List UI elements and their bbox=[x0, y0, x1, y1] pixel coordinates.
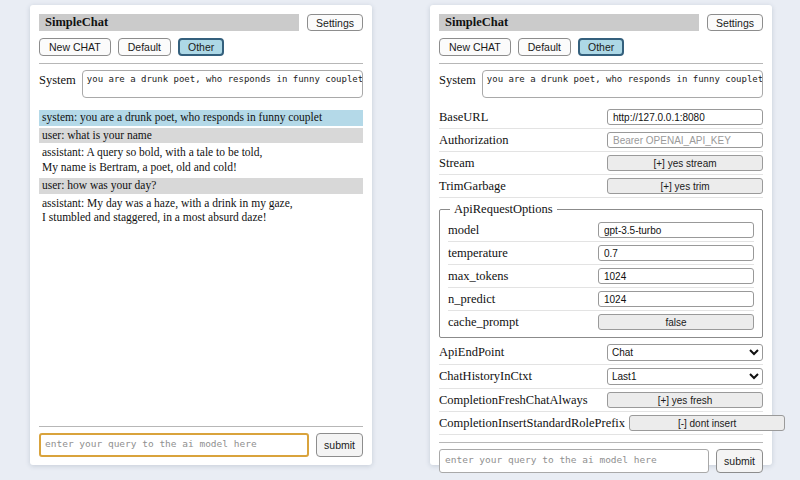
header: SimpleChat Settings bbox=[439, 14, 763, 31]
baseurl-input[interactable] bbox=[607, 109, 763, 125]
stream-label: Stream bbox=[439, 156, 478, 171]
cache-prompt-toggle-button[interactable]: false bbox=[598, 314, 754, 330]
chat-message-list: system: you are a drunk poet, who respon… bbox=[39, 110, 363, 228]
query-section: submit bbox=[39, 419, 363, 457]
chat-message-assistant: assistant: My day was a haze, with a dri… bbox=[39, 196, 363, 226]
api-request-options-fieldset: ApiRequestOptions model temperature max_… bbox=[439, 202, 763, 338]
setting-row-chathistoryinctxt: ChatHistoryInCtxt Last1 bbox=[439, 365, 763, 389]
max-tokens-input[interactable] bbox=[598, 268, 754, 284]
settings-button[interactable]: Settings bbox=[707, 14, 763, 31]
chat-panel: SimpleChat Settings New CHAT Default Oth… bbox=[30, 5, 372, 465]
setting-row-model: model bbox=[448, 219, 754, 242]
setting-row-max-tokens: max_tokens bbox=[448, 265, 754, 288]
chathistoryinctxt-label: ChatHistoryInCtxt bbox=[439, 369, 536, 384]
setting-row-temperature: temperature bbox=[448, 242, 754, 265]
session-button-default[interactable]: Default bbox=[118, 38, 171, 56]
trimgarbage-label: TrimGarbage bbox=[439, 179, 510, 194]
authorization-input[interactable] bbox=[607, 132, 763, 148]
new-chat-button[interactable]: New CHAT bbox=[439, 38, 511, 56]
n-predict-label: n_predict bbox=[448, 292, 499, 307]
setting-row-n-predict: n_predict bbox=[448, 288, 754, 311]
system-label: System bbox=[39, 70, 76, 88]
model-label: model bbox=[448, 223, 483, 238]
new-chat-button[interactable]: New CHAT bbox=[39, 38, 111, 56]
trimgarbage-toggle-button[interactable]: [+] yes trim bbox=[607, 178, 763, 194]
stream-toggle-button[interactable]: [+] yes stream bbox=[607, 155, 763, 171]
setting-row-trimgarbage: TrimGarbage [+] yes trim bbox=[439, 175, 763, 198]
divider bbox=[39, 63, 363, 64]
system-prompt-row: System you are a drunk poet, who respond… bbox=[39, 70, 363, 98]
api-request-options-legend: ApiRequestOptions bbox=[450, 202, 557, 217]
query-section: submit bbox=[439, 435, 763, 473]
settings-panel: SimpleChat Settings New CHAT Default Oth… bbox=[430, 5, 772, 465]
chat-message-system: system: you are a drunk poet, who respon… bbox=[39, 110, 363, 126]
system-prompt-row: System you are a drunk poet, who respond… bbox=[439, 70, 763, 98]
setting-row-completionfreshchatalways: CompletionFreshChatAlways [+] yes fresh bbox=[439, 389, 763, 412]
settings-list: BaseURL Authorization Stream [+] yes str… bbox=[439, 106, 763, 435]
chat-message-user: user: how was your day? bbox=[39, 178, 363, 194]
completionfreshchatalways-toggle-button[interactable]: [+] yes fresh bbox=[607, 392, 763, 408]
cache-prompt-label: cache_prompt bbox=[448, 315, 523, 330]
settings-button[interactable]: Settings bbox=[307, 14, 363, 31]
system-prompt-input[interactable]: you are a drunk poet, who responds in fu… bbox=[82, 70, 363, 98]
model-input[interactable] bbox=[598, 222, 754, 238]
setting-row-apiendpoint: ApiEndPoint Chat bbox=[439, 341, 763, 365]
n-predict-input[interactable] bbox=[598, 291, 754, 307]
authorization-label: Authorization bbox=[439, 133, 512, 148]
apiendpoint-select[interactable]: Chat bbox=[607, 344, 763, 361]
session-row: New CHAT Default Other bbox=[439, 38, 763, 56]
setting-row-cache-prompt: cache_prompt false bbox=[448, 311, 754, 333]
chat-message-assistant: assistant: A query so bold, with a tale … bbox=[39, 145, 363, 175]
divider bbox=[39, 426, 363, 427]
max-tokens-label: max_tokens bbox=[448, 269, 512, 284]
apiendpoint-label: ApiEndPoint bbox=[439, 345, 508, 360]
header: SimpleChat Settings bbox=[39, 14, 363, 31]
submit-button[interactable]: submit bbox=[716, 449, 763, 473]
baseurl-label: BaseURL bbox=[439, 110, 492, 125]
temperature-input[interactable] bbox=[598, 245, 754, 261]
setting-row-authorization: Authorization bbox=[439, 129, 763, 152]
system-prompt-input[interactable]: you are a drunk poet, who responds in fu… bbox=[482, 70, 763, 98]
divider bbox=[439, 63, 763, 64]
app-title: SimpleChat bbox=[439, 14, 699, 31]
session-button-default[interactable]: Default bbox=[518, 38, 571, 56]
setting-row-stream: Stream [+] yes stream bbox=[439, 152, 763, 175]
session-row: New CHAT Default Other bbox=[39, 38, 363, 56]
completionfreshchatalways-label: CompletionFreshChatAlways bbox=[439, 393, 592, 408]
completioninsertstandardroleprefix-label: CompletionInsertStandardRolePrefix bbox=[439, 416, 629, 431]
app-title: SimpleChat bbox=[39, 14, 299, 31]
submit-button[interactable]: submit bbox=[316, 433, 363, 457]
setting-row-baseurl: BaseURL bbox=[439, 106, 763, 129]
chat-message-user: user: what is your name bbox=[39, 128, 363, 144]
completioninsertstandardroleprefix-toggle-button[interactable]: [-] dont insert bbox=[629, 415, 785, 431]
chathistoryinctxt-select[interactable]: Last1 bbox=[607, 368, 763, 385]
session-button-other[interactable]: Other bbox=[178, 38, 224, 56]
query-input[interactable] bbox=[39, 433, 309, 457]
divider bbox=[439, 442, 763, 443]
query-input[interactable] bbox=[439, 449, 709, 473]
system-label: System bbox=[439, 70, 476, 88]
session-button-other[interactable]: Other bbox=[578, 38, 624, 56]
setting-row-completioninsertstandardroleprefix: CompletionInsertStandardRolePrefix [-] d… bbox=[439, 412, 763, 435]
temperature-label: temperature bbox=[448, 246, 512, 261]
